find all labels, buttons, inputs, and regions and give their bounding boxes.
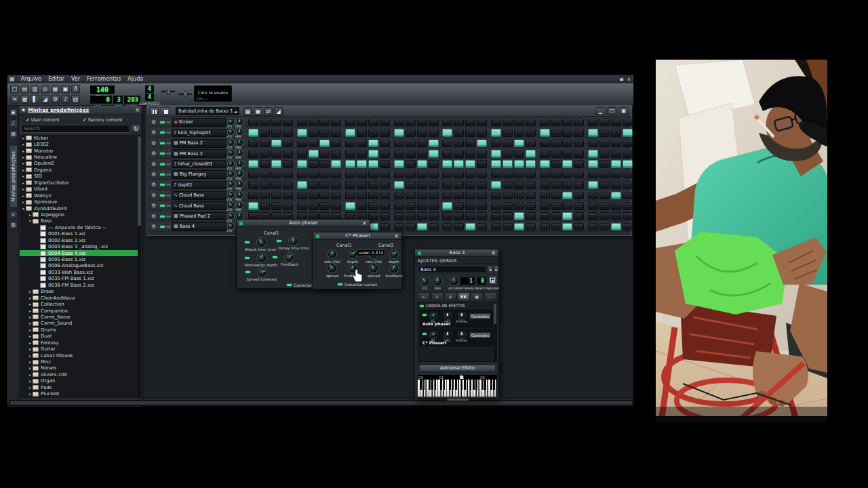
step-cell[interactable] <box>611 150 621 158</box>
step-cell[interactable] <box>345 202 355 210</box>
step-cell[interactable] <box>465 223 475 231</box>
step-cell[interactable] <box>331 181 341 189</box>
browser-scrollbar[interactable] <box>138 135 141 398</box>
tree-item-opulenz[interactable]: ▸OpulenZ <box>20 161 138 167</box>
tree-expand-arrow[interactable]: ▸ <box>21 161 26 165</box>
track-solo-led[interactable] <box>166 226 171 228</box>
step-cell[interactable] <box>297 150 307 158</box>
step-cell[interactable] <box>574 223 584 231</box>
tree-expand-arrow[interactable]: ▸ <box>28 334 33 338</box>
track-solo-led[interactable] <box>166 131 171 134</box>
close-window-icon[interactable]: × <box>626 76 632 82</box>
tree-expand-arrow[interactable]: ▸ <box>21 155 26 159</box>
tree-item-choirandvoice[interactable]: ▸ChoirAndVoice <box>20 295 138 301</box>
track-pan-knob[interactable] <box>237 171 243 177</box>
step-cell[interactable] <box>345 192 355 200</box>
autophaser-knob-modulation-depth[interactable] <box>257 253 266 262</box>
track-name-button[interactable]: ▦FM Bass 2 <box>172 139 226 148</box>
step-cell[interactable] <box>417 223 427 231</box>
step-cell[interactable] <box>368 171 378 179</box>
step-cell[interactable] <box>454 223 464 231</box>
step-cell[interactable] <box>248 140 258 148</box>
step-cell[interactable] <box>368 181 378 189</box>
track-gear-icon[interactable]: ⚙ <box>151 224 156 230</box>
track-gear-icon[interactable]: ⚙ <box>151 182 156 188</box>
tree-expand-arrow[interactable]: ▸ <box>28 347 33 351</box>
step-cell[interactable] <box>368 140 378 148</box>
step-cell[interactable] <box>502 140 513 148</box>
step-cell[interactable] <box>260 171 270 179</box>
tree-expand-arrow[interactable]: ▾ <box>28 219 33 223</box>
close-icon[interactable]: × <box>361 220 368 226</box>
step-cell[interactable] <box>540 160 550 168</box>
step-cell[interactable] <box>297 140 307 148</box>
step-cell[interactable] <box>465 119 475 127</box>
step-cell[interactable] <box>417 181 427 189</box>
step-cell[interactable] <box>540 202 550 210</box>
step-cell[interactable] <box>599 202 610 210</box>
step-cell[interactable] <box>319 160 330 168</box>
step-cell[interactable] <box>477 202 487 210</box>
step-cell[interactable] <box>260 119 270 127</box>
step-cell[interactable] <box>248 119 258 127</box>
tree-expand-arrow[interactable]: ▸ <box>21 149 26 153</box>
step-cell[interactable] <box>319 140 330 148</box>
step-cell[interactable] <box>623 171 633 179</box>
step-cell[interactable] <box>562 212 572 220</box>
track-pan-knob[interactable] <box>237 202 243 208</box>
tree-item-lb302[interactable]: ▸LB302 <box>20 141 138 147</box>
step-cell[interactable] <box>454 181 464 189</box>
step-cell[interactable] <box>368 160 378 168</box>
workspace-hscrollbar[interactable] <box>9 400 633 406</box>
restore-window-icon[interactable]: ▣ <box>618 76 625 82</box>
step-cell[interactable] <box>442 150 452 158</box>
step-cell[interactable] <box>562 223 572 231</box>
user-content-checkbox[interactable]: ✓ User content <box>26 116 83 123</box>
tree-item-arquivos-de-f-brica[interactable]: --- Arquivos de fábrica --- <box>20 224 138 230</box>
step-cell[interactable] <box>514 181 524 189</box>
tree-item-drums[interactable]: ▸Drums <box>20 327 138 333</box>
tree-item-noises[interactable]: ▸Noises <box>20 365 138 371</box>
track-name-button[interactable]: ▦Bass 4 <box>172 222 226 231</box>
step-cell[interactable] <box>514 160 524 168</box>
track-name-button[interactable]: ♪hihat_closed01 <box>172 160 226 169</box>
step-cell[interactable] <box>283 202 293 210</box>
step-cell[interactable] <box>502 223 513 231</box>
track-name-button[interactable]: ♪kick_hiphop01 <box>172 129 226 138</box>
tree-item-organic[interactable]: ▸Organic <box>20 167 138 173</box>
step-cell[interactable] <box>406 181 416 189</box>
piano-black-key[interactable] <box>473 380 475 390</box>
step-cell[interactable] <box>345 140 355 148</box>
step-cell[interactable] <box>283 150 293 158</box>
autophaser-knob-decay-time-ms[interactable] <box>289 237 298 245</box>
step-cell[interactable] <box>540 212 550 220</box>
step-cell[interactable] <box>429 192 439 200</box>
step-cell[interactable] <box>297 171 307 179</box>
track-mute-led[interactable] <box>160 205 165 207</box>
step-cell[interactable] <box>562 192 572 200</box>
track-volume-knob[interactable] <box>228 171 234 177</box>
step-cell[interactable] <box>562 202 572 210</box>
fx-knob-portal[interactable] <box>458 312 465 319</box>
tree-expand-arrow[interactable]: ▸ <box>28 289 33 293</box>
step-cell[interactable] <box>331 150 341 158</box>
step-cell[interactable] <box>260 129 270 137</box>
step-cell[interactable] <box>623 202 633 210</box>
factory-content-checkbox[interactable]: ✓ Factory content <box>83 116 123 123</box>
tree-item-olivers-100[interactable]: ▸olivers-100 <box>20 371 138 378</box>
tree-item-kicker[interactable]: ▸Kicker <box>20 135 138 141</box>
step-cell[interactable] <box>297 119 307 127</box>
step-cell[interactable] <box>368 202 378 210</box>
step-cell[interactable] <box>514 192 524 200</box>
step-cell[interactable] <box>551 223 561 231</box>
step-cell[interactable] <box>368 129 378 137</box>
step-cell[interactable] <box>611 171 621 179</box>
step-cell[interactable] <box>297 181 307 189</box>
close-icon[interactable]: × <box>393 233 399 239</box>
tree-expand-arrow[interactable]: ▸ <box>28 213 33 217</box>
prev-preset-button[interactable]: ◂ <box>488 266 493 273</box>
step-cell[interactable] <box>540 140 550 148</box>
step-cell[interactable] <box>574 150 584 158</box>
piano-black-key[interactable] <box>484 380 486 390</box>
track-pan-knob[interactable] <box>237 119 243 125</box>
